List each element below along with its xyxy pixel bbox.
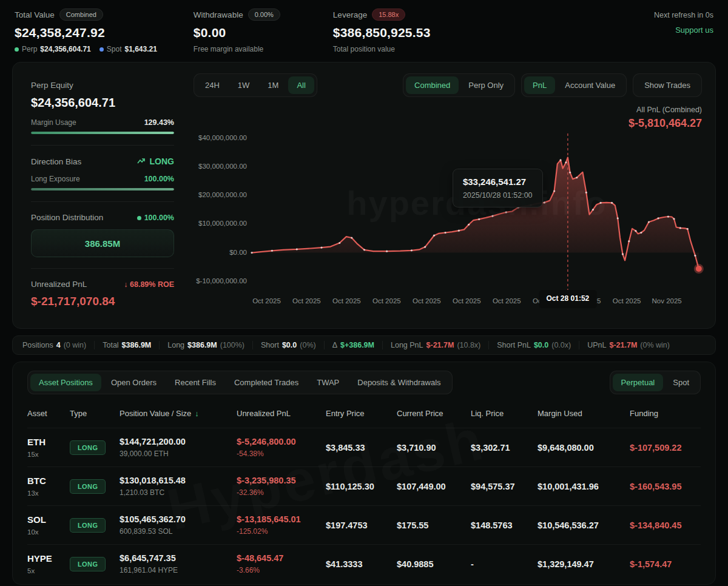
unrealized-pnl-label: Unrealized PnL	[31, 280, 87, 289]
all-pnl-label: All PnL (Combined)	[194, 106, 702, 114]
mode-selector: Combined Perp Only	[403, 73, 515, 97]
col-funding[interactable]: Funding	[630, 409, 701, 418]
table-row-btc[interactable]: BTC13x LONG $130,018,615.481,210.03 BTC …	[27, 466, 701, 505]
position-distribution-box[interactable]: 386.85M	[31, 229, 174, 257]
long-badge: LONG	[70, 479, 106, 494]
col-liq-price[interactable]: Liq. Price	[471, 409, 538, 418]
range-1m-button[interactable]: 1M	[259, 76, 287, 94]
col-type[interactable]: Type	[70, 409, 120, 418]
y-axis-tick: $10,000,000.00	[194, 220, 247, 227]
roe-value: ↓ 68.89% ROE	[124, 280, 174, 289]
mode-perp-only-button[interactable]: Perp Only	[460, 76, 512, 94]
range-1w-button[interactable]: 1W	[229, 76, 258, 94]
show-trades-button[interactable]: Show Trades	[636, 76, 699, 94]
mode-combined-button[interactable]: Combined	[406, 76, 459, 94]
total-value: $24,358,247.92	[15, 25, 157, 40]
combined-badge[interactable]: Combined	[59, 8, 103, 21]
equity-panel: Perp Equity $24,356,604.71 Margin Usage …	[13, 62, 190, 328]
long-exposure-value: 100.00%	[144, 175, 174, 183]
long-exposure-label: Long Exposure	[31, 175, 80, 183]
x-axis-tick: Oct 2025	[493, 297, 521, 305]
y-axis-tick: $40,000,000.00	[194, 134, 247, 141]
summary-delta: Δ $+386.9M	[324, 341, 382, 349]
summary-long: Long $386.9M (100%)	[159, 341, 252, 349]
range-24h-button[interactable]: 24H	[197, 76, 228, 94]
tab-asset-positions[interactable]: Asset Positions	[30, 374, 101, 391]
x-axis-tick: Oct 2025	[332, 297, 361, 305]
margin-usage-bar	[31, 132, 174, 134]
x-axis-tick: Nov 2025	[652, 297, 681, 305]
refresh-countdown: Next refresh in 0s	[654, 11, 713, 19]
perp-equity-label: Perp Equity	[31, 81, 174, 90]
tab-twap[interactable]: TWAP	[308, 374, 348, 391]
col-position-value[interactable]: Position Value / Size↓	[120, 409, 237, 418]
tab-perpetual[interactable]: Perpetual	[613, 374, 664, 391]
x-axis-tick: Oct 2025	[613, 297, 641, 305]
positions-card: Hyperdash Asset Positions Open Orders Re…	[12, 362, 716, 585]
support-us-link[interactable]: Support us	[654, 25, 713, 35]
arrow-down-icon: ↓	[124, 280, 127, 289]
position-distribution-label: Position Distribution	[31, 213, 103, 222]
crosshair-date-badge: Oct 28 01:52	[539, 290, 597, 308]
margin-usage-label: Margin Usage	[31, 118, 76, 127]
summary-total: Total $386.9M	[94, 341, 159, 349]
long-badge: LONG	[70, 440, 106, 455]
summary-upnl: UPnL $-21.7M (0% win)	[579, 341, 678, 349]
perp-equity-value: $24,356,604.71	[31, 96, 174, 110]
col-asset[interactable]: Asset	[27, 409, 70, 418]
direction-bias-label: Direction Bias	[31, 157, 81, 166]
chart-section: 24H 1W 1M All Combined Perp Only PnL Acc…	[190, 62, 715, 328]
tab-deposits-withdrawals[interactable]: Deposits & Withdrawals	[349, 374, 449, 391]
x-axis-tick: Oct 2025	[453, 297, 481, 305]
table-header-row: Asset Type Position Value / Size↓ Unreal…	[27, 400, 701, 428]
pnl-line-chart-svg	[252, 133, 702, 290]
table-row-sol[interactable]: SOL10x LONG $105,465,362.70600,839.53 SO…	[27, 505, 701, 544]
total-value-block: Total Value Combined $24,358,247.92 Perp…	[15, 8, 157, 53]
margin-usage-value: 129.43%	[144, 118, 174, 127]
tooltip-time: 2025/10/28 01:52:00	[463, 191, 533, 200]
x-axis-tick: Oct 2025	[292, 297, 321, 305]
long-badge: LONG	[70, 518, 106, 533]
col-current-price[interactable]: Current Price	[397, 409, 471, 418]
pnl-chart[interactable]: $40,000,000.00$30,000,000.00$20,000,000.…	[194, 133, 702, 309]
y-axis-tick: $-10,000,000.00	[194, 277, 247, 285]
col-margin-used[interactable]: Margin Used	[538, 409, 630, 418]
leverage-label: Leverage	[333, 10, 367, 19]
tab-recent-fills[interactable]: Recent Fills	[166, 374, 224, 391]
spot-breakdown: Spot$1,643.21	[99, 45, 157, 53]
leverage-block: Leverage 15.88x $386,850,925.53 Total po…	[333, 8, 436, 53]
y-axis-tick: $0.00	[194, 249, 247, 256]
col-entry-price[interactable]: Entry Price	[326, 409, 397, 418]
unrealized-pnl-value: $-21,717,070.84	[31, 295, 174, 308]
direction-bias-value: LONG	[137, 157, 174, 166]
y-axis-tick: $30,000,000.00	[194, 163, 247, 170]
chart-tooltip: $33,246,541.27 2025/10/28 01:52:00	[453, 169, 543, 207]
positions-table: Asset Type Position Value / Size↓ Unreal…	[27, 400, 701, 583]
summary-short: Short $0.0 (0%)	[252, 341, 324, 349]
tab-completed-trades[interactable]: Completed Trades	[226, 374, 307, 391]
col-unrealized-pnl[interactable]: Unrealized PnL	[237, 409, 326, 418]
position-distribution-pct: 100.00%	[137, 214, 174, 222]
leverage-subtext: Total position value	[333, 45, 395, 53]
chart-x-axis: Oct 28 01:52 Oct 2025Oct 2025Oct 2025Oct…	[252, 294, 702, 309]
leverage-badge: 15.88x	[372, 8, 405, 21]
range-all-button[interactable]: All	[288, 76, 314, 94]
tab-spot[interactable]: Spot	[664, 374, 698, 391]
spot-dot-icon	[99, 47, 104, 52]
long-exposure-bar	[31, 188, 174, 190]
withdrawable-block: Withdrawable 0.00% $0.00 Free margin ava…	[194, 8, 297, 53]
x-axis-tick: Oct 2025	[252, 297, 281, 305]
view-pnl-button[interactable]: PnL	[524, 76, 555, 94]
table-row-hype[interactable]: HYPE5x LONG $6,645,747.35161,961.04 HYPE…	[27, 544, 701, 583]
distribution-dot-icon	[137, 216, 141, 220]
tab-open-orders[interactable]: Open Orders	[103, 374, 165, 391]
withdrawable-subtext: Free margin available	[194, 45, 263, 53]
summary-long-pnl: Long PnL $-21.7M (10.8x)	[382, 341, 488, 349]
x-axis-tick: Oct 2025	[413, 297, 441, 305]
range-selector: 24H 1W 1M All	[194, 73, 317, 97]
view-account-value-button[interactable]: Account Value	[556, 76, 624, 94]
tooltip-value: $33,246,541.27	[463, 177, 533, 187]
positions-tabs: Asset Positions Open Orders Recent Fills…	[27, 371, 453, 394]
withdrawable-value: $0.00	[194, 25, 297, 40]
table-row-eth[interactable]: ETH15x LONG $144,721,200.0039,000.00 ETH…	[27, 428, 701, 466]
